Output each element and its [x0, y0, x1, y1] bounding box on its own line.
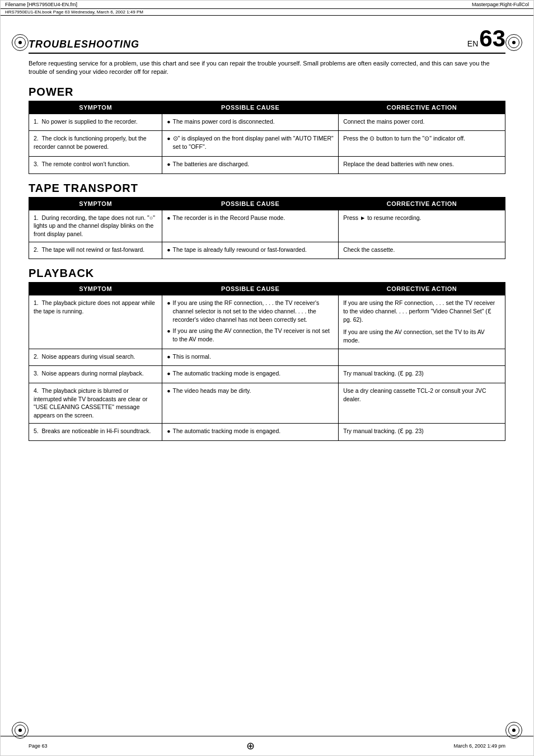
filename-text: Filename [HRS7950EU4-EN.fm] [5, 2, 77, 7]
power-row1-cause: ●The mains power cord is disconnected. [162, 114, 339, 131]
playback-row5-action: Try manual tracking. (ℇ pg. 23) [339, 423, 505, 440]
tape-row1-cause: ●The recorder is in the Record Pause mod… [162, 210, 339, 242]
corner-dot-br [512, 729, 516, 732]
power-row2-action: Press the ⊙ button to turn the "⊙" indic… [339, 131, 505, 156]
tape-col-action: CORRECTIVE ACTION [339, 197, 505, 210]
corner-inner-br [508, 725, 519, 736]
playback-row4-symptom: 4. The playback picture is blurred or in… [29, 383, 162, 424]
playback-col-cause: POSSIBLE CAUSE [162, 283, 339, 295]
playback-row3-action: Try manual tracking. (ℇ pg. 23) [339, 366, 505, 383]
power-col-cause: POSSIBLE CAUSE [162, 101, 339, 114]
tape-col-symptom: SYMPTOM [29, 197, 162, 210]
corner-inner-tl [15, 37, 26, 48]
tape-row2-cause: ●The tape is already fully rewound or fa… [162, 242, 339, 259]
playback-row4-action: Use a dry cleaning cassette TCL-2 or con… [339, 383, 505, 424]
power-row3-action: Replace the dead batteries with new ones… [339, 156, 505, 173]
playback-row1-symptom: 1. The playback picture does not appear … [29, 295, 162, 349]
playback-row2-action [339, 349, 505, 366]
table-row: 1. No power is supplied to the recorder.… [29, 114, 505, 131]
power-row3-symptom: 3. The remote control won't function. [29, 156, 162, 173]
playback-table: SYMPTOM POSSIBLE CAUSE CORRECTIVE ACTION… [29, 282, 505, 440]
page-title: TROUBLESHOOTING [29, 39, 139, 50]
power-table: SYMPTOM POSSIBLE CAUSE CORRECTIVE ACTION… [29, 101, 505, 174]
playback-row2-cause: ●This is normal. [162, 349, 339, 366]
table-row: 1. During recording, the tape does not r… [29, 210, 505, 242]
table-row: 5. Breaks are noticeable in Hi-Fi soundt… [29, 423, 505, 440]
subline-text: HRS7950EU1-EN.book Page 63 Wednesday, Ma… [5, 10, 143, 15]
power-row2-symptom: 2. The clock is functioning properly, bu… [29, 131, 162, 156]
tape-row1-action: Press ► to resume recording. [339, 210, 505, 242]
corner-dot-bl [18, 729, 22, 732]
page-num: 63 [479, 27, 505, 50]
corner-decoration-tr [505, 34, 522, 51]
playback-row5-symptom: 5. Breaks are noticeable in Hi-Fi soundt… [29, 423, 162, 440]
power-row3-cause: ●The batteries are discharged. [162, 156, 339, 173]
playback-row2-symptom: 2. Noise appears during visual search. [29, 349, 162, 366]
power-row2-cause: ●⊙" is displayed on the front display pa… [162, 131, 339, 156]
tape-row2-symptom: 2. The tape will not rewind or fast-forw… [29, 242, 162, 259]
footer: Page 63 ⊕ March 6, 2002 1:49 pm [1, 736, 533, 755]
playback-row5-cause: ●The automatic tracking mode is engaged. [162, 423, 339, 440]
subheader-bar: HRS7950EU1-EN.book Page 63 Wednesday, Ma… [1, 9, 533, 16]
playback-row1-action: If you are using the RF connection, . . … [339, 295, 505, 349]
table-row: 4. The playback picture is blurred or in… [29, 383, 505, 424]
playback-row3-symptom: 3. Noise appears during normal playback. [29, 366, 162, 383]
tape-row1-symptom: 1. During recording, the tape does not r… [29, 210, 162, 242]
tape-row2-action: Check the cassette. [339, 242, 505, 259]
page-number-area: EN 63 [467, 27, 505, 50]
corner-inner-bl [15, 725, 26, 736]
footer-date-label: March 6, 2002 1:49 pm [453, 743, 505, 749]
table-row: 1. The playback picture does not appear … [29, 295, 505, 349]
playback-col-action: CORRECTIVE ACTION [339, 283, 505, 295]
section-power-header: POWER [29, 86, 505, 98]
content-area: TROUBLESHOOTING EN 63 Before requesting … [1, 16, 533, 460]
section-tape-header: TAPE TRANSPORT [29, 182, 505, 195]
corner-decoration-tl [12, 34, 29, 51]
section-playback-header: PLAYBACK [29, 267, 505, 280]
corner-inner-tr [508, 37, 519, 48]
table-row: 3. Noise appears during normal playback.… [29, 366, 505, 383]
en-label: EN [467, 39, 478, 48]
title-area: TROUBLESHOOTING EN 63 [29, 27, 505, 54]
playback-row1-cause: ●If you are using the RF connection, . .… [162, 295, 339, 349]
page: Filename [HRS7950EU4-EN.fm] Masterpage:R… [0, 0, 534, 756]
corner-dot-tl [18, 41, 22, 44]
tape-table: SYMPTOM POSSIBLE CAUSE CORRECTIVE ACTION… [29, 197, 505, 260]
playback-row3-cause: ●The automatic tracking mode is engaged. [162, 366, 339, 383]
table-row: 2. The clock is functioning properly, bu… [29, 131, 505, 156]
footer-page-label: Page 63 [29, 743, 48, 749]
table-row: 2. Noise appears during visual search. ●… [29, 349, 505, 366]
table-row: 2. The tape will not rewind or fast-forw… [29, 242, 505, 259]
power-row1-symptom: 1. No power is supplied to the recorder. [29, 114, 162, 131]
power-col-symptom: SYMPTOM [29, 101, 162, 114]
intro-text: Before requesting service for a problem,… [29, 59, 505, 77]
power-col-action: CORRECTIVE ACTION [339, 101, 505, 114]
power-row1-action: Connect the mains power cord. [339, 114, 505, 131]
corner-dot-tr [512, 41, 516, 44]
playback-row4-cause: ●The video heads may be dirty. [162, 383, 339, 424]
playback-col-symptom: SYMPTOM [29, 283, 162, 295]
masterpage-text: Masterpage:Right-FullCol [472, 2, 529, 7]
tape-col-cause: POSSIBLE CAUSE [162, 197, 339, 210]
footer-crosshair-icon: ⊕ [246, 740, 255, 752]
table-row: 3. The remote control won't function. ●T… [29, 156, 505, 173]
header-bar: Filename [HRS7950EU4-EN.fm] Masterpage:R… [1, 1, 533, 9]
